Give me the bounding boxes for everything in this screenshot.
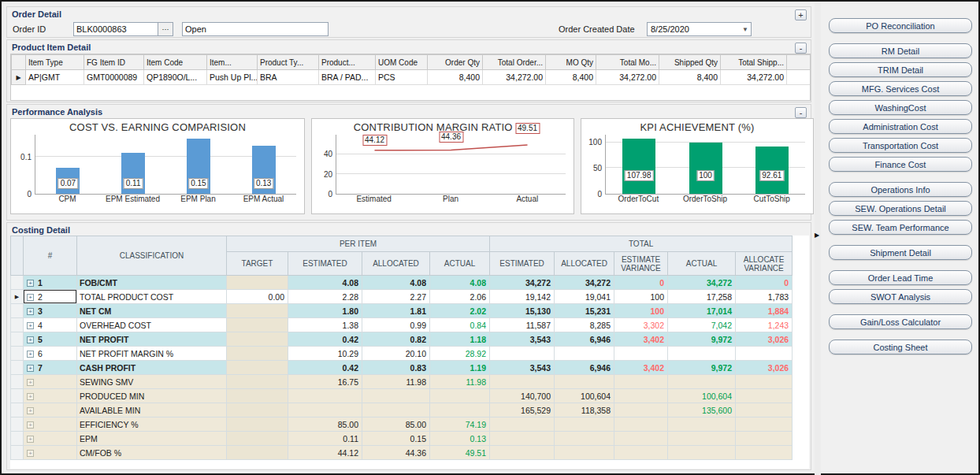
value-cell[interactable] xyxy=(227,304,288,318)
costing-row[interactable]: +EPM0.110.150.13 xyxy=(11,432,808,446)
value-cell[interactable] xyxy=(227,389,288,403)
sidebar-button-transportation-cost[interactable]: Transportation Cost xyxy=(829,138,972,153)
value-cell[interactable]: 3,402 xyxy=(614,332,668,347)
value-cell[interactable]: 2.02 xyxy=(430,304,490,318)
value-cell[interactable]: 2.28 xyxy=(288,290,362,304)
col-header[interactable]: ESTIMATED xyxy=(490,252,555,276)
row-selector[interactable] xyxy=(11,318,24,332)
col-header[interactable]: ACTUAL xyxy=(430,252,490,276)
row-selector[interactable] xyxy=(11,389,24,403)
grid-cell[interactable]: GMT0000089 xyxy=(84,70,144,85)
grid-cell[interactable]: Push Up Pl... xyxy=(207,70,258,85)
value-cell[interactable] xyxy=(490,417,555,432)
costing-row[interactable]: +4OVERHEAD COST1.380.990.8411,5878,2853,… xyxy=(11,318,808,332)
value-cell[interactable]: 165,529 xyxy=(490,403,555,417)
classification-cell[interactable]: EPM xyxy=(77,432,227,446)
classification-cell[interactable]: PRODUCED MIN xyxy=(77,389,227,403)
classification-cell[interactable]: EFFICIENCY % xyxy=(77,417,227,432)
value-cell[interactable]: 100 xyxy=(614,290,668,304)
costing-row[interactable]: +3NET CM1.801.812.0215,13015,23110017,01… xyxy=(11,304,808,318)
expand-icon[interactable]: + xyxy=(27,421,34,429)
grid-col-header[interactable]: Total Order... xyxy=(483,55,546,70)
sidebar-button-washingcost[interactable]: WashingCost xyxy=(829,100,972,115)
grid-col-header[interactable]: Product Ty... xyxy=(258,55,319,70)
performance-analysis-collapse-button[interactable]: - xyxy=(795,107,807,118)
row-num-cell[interactable]: + xyxy=(24,432,77,446)
row-selector[interactable] xyxy=(11,304,24,318)
product-item-detail-collapse-button[interactable]: - xyxy=(795,43,807,54)
value-cell[interactable]: 2.27 xyxy=(362,290,430,304)
expand-icon[interactable]: + xyxy=(27,351,34,358)
row-num-cell[interactable]: + xyxy=(24,389,77,403)
value-cell[interactable] xyxy=(614,403,668,417)
value-cell[interactable]: 3,402 xyxy=(614,361,668,375)
value-cell[interactable]: 74.19 xyxy=(430,417,490,432)
value-cell[interactable]: 6,946 xyxy=(555,361,614,375)
col-header[interactable]: ESTIMATED xyxy=(288,252,362,276)
value-cell[interactable]: 0.00 xyxy=(227,290,288,304)
classification-cell[interactable]: TOTAL PRODUCT COST xyxy=(77,290,227,304)
value-cell[interactable]: 0.84 xyxy=(430,318,490,332)
created-date-combo[interactable]: 8/25/2020 ▼ xyxy=(647,22,752,36)
sidebar-button-operations-info[interactable]: Operations Info xyxy=(829,182,972,197)
expand-icon[interactable]: + xyxy=(27,308,34,315)
costing-row[interactable]: +EFFICIENCY %85.0085.0074.19 xyxy=(11,417,808,432)
splitter-collapse-icon[interactable]: ▶ xyxy=(815,232,819,239)
sidebar-button-finance-cost[interactable]: Finance Cost xyxy=(829,157,972,172)
grid-cell[interactable]: 34,272.00 xyxy=(596,70,659,85)
grid-col-header[interactable]: Product... xyxy=(319,55,376,70)
value-cell[interactable]: 1.80 xyxy=(288,304,362,318)
expand-icon[interactable]: + xyxy=(27,379,34,386)
value-cell[interactable]: 100,604 xyxy=(668,389,736,403)
value-cell[interactable] xyxy=(490,375,555,389)
order-detail-expand-button[interactable]: + xyxy=(795,9,807,20)
value-cell[interactable]: 11,587 xyxy=(490,318,555,332)
sidebar-button-sew-team-performance[interactable]: SEW. Team Performance xyxy=(829,220,972,235)
grid-col-header[interactable]: Order Qty xyxy=(428,55,483,70)
grid-col-header[interactable]: UOM Code xyxy=(376,55,428,70)
chevron-down-icon[interactable]: ▼ xyxy=(742,26,748,33)
value-cell[interactable]: 17,014 xyxy=(668,304,736,318)
row-selector[interactable] xyxy=(11,446,24,460)
sidebar-button-swot-analysis[interactable]: SWOT Analysis xyxy=(829,289,972,304)
value-cell[interactable]: 100 xyxy=(614,304,668,318)
value-cell[interactable] xyxy=(227,446,288,460)
row-selector[interactable] xyxy=(11,375,24,389)
value-cell[interactable]: 1,243 xyxy=(736,318,793,332)
value-cell[interactable]: 1.19 xyxy=(430,361,490,375)
row-num-cell[interactable]: +4 xyxy=(24,318,77,332)
row-num-cell[interactable]: +6 xyxy=(24,347,77,361)
sidebar-button-mfg-services-cost[interactable]: MFG. Services Cost xyxy=(829,81,972,96)
grid-col-header[interactable]: Item Code xyxy=(144,55,207,70)
value-cell[interactable]: 8,285 xyxy=(555,318,614,332)
value-cell[interactable] xyxy=(430,403,490,417)
row-num-cell[interactable]: +1 xyxy=(24,276,77,290)
value-cell[interactable]: 100,604 xyxy=(555,389,614,403)
sidebar-button-shipment-detail[interactable]: Shipment Detail xyxy=(829,245,972,260)
grid-col-header[interactable]: Total Shipp... xyxy=(721,55,787,70)
expand-icon[interactable]: + xyxy=(27,294,34,301)
value-cell[interactable]: 11.98 xyxy=(430,375,490,389)
grid-col-header[interactable]: Item Type xyxy=(26,55,84,70)
row-selector[interactable]: ▶ xyxy=(11,290,24,304)
sidebar-button-po-reconciliation[interactable]: PO Reconciliation xyxy=(829,18,972,33)
value-cell[interactable]: 28.92 xyxy=(430,347,490,361)
col-header[interactable]: ALLOCATE VARIANCE xyxy=(736,252,793,276)
value-cell[interactable]: 9,972 xyxy=(668,332,736,347)
value-cell[interactable] xyxy=(614,347,668,361)
value-cell[interactable]: 0.42 xyxy=(288,361,362,375)
value-cell[interactable] xyxy=(736,417,793,432)
value-cell[interactable] xyxy=(227,403,288,417)
value-cell[interactable]: 17,258 xyxy=(668,290,736,304)
row-selector[interactable] xyxy=(11,347,24,361)
grid-cell[interactable]: BRA / PAD... xyxy=(319,70,376,85)
value-cell[interactable] xyxy=(430,389,490,403)
value-cell[interactable]: 3,302 xyxy=(614,318,668,332)
value-cell[interactable] xyxy=(227,347,288,361)
classification-cell[interactable]: FOB/CMT xyxy=(77,276,227,290)
value-cell[interactable] xyxy=(668,347,736,361)
col-header[interactable]: ACTUAL xyxy=(668,252,736,276)
value-cell[interactable]: 1.81 xyxy=(362,304,430,318)
value-cell[interactable]: 0.15 xyxy=(362,432,430,446)
costing-row[interactable]: +PRODUCED MIN140,700100,604100,604 xyxy=(11,389,808,403)
